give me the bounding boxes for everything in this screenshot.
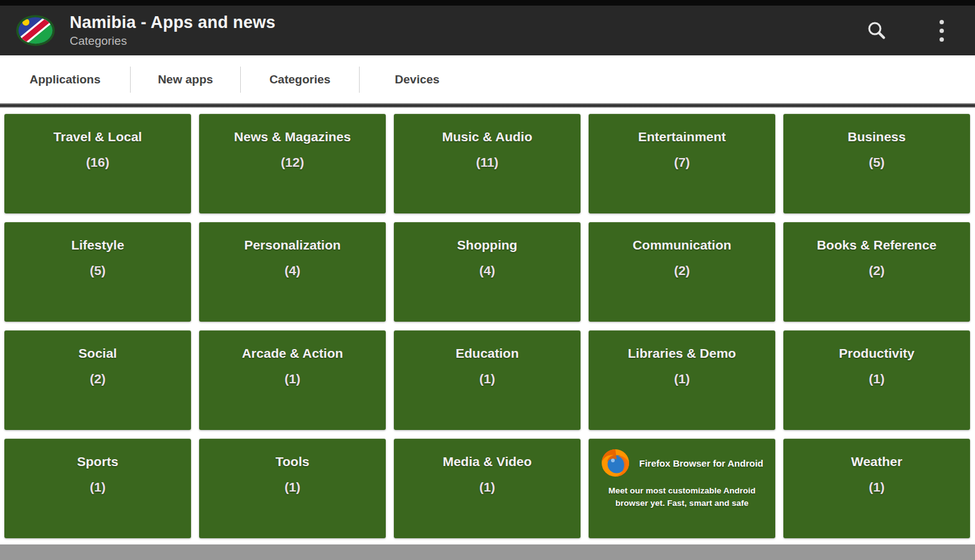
category-grid: Travel & Local (16) News & Magazines (12…: [0, 108, 975, 544]
category-tile-personalization[interactable]: Personalization (4): [199, 222, 386, 322]
category-count: (1): [783, 371, 970, 386]
category-tile-education[interactable]: Education (1): [394, 330, 581, 430]
category-count: (1): [199, 480, 386, 495]
category-count: (7): [589, 155, 775, 170]
category-count: (2): [4, 371, 191, 386]
category-name: Business: [783, 114, 970, 144]
category-name: Sports: [4, 439, 191, 469]
category-count: (2): [589, 263, 775, 278]
category-name: Social: [4, 330, 191, 361]
category-count: (1): [394, 480, 581, 495]
firefox-logo-icon: [600, 448, 630, 478]
ad-description-line1: Meet our most customizable Android: [589, 485, 775, 497]
page-subtitle: Categories: [70, 34, 276, 48]
category-count: (1): [783, 480, 970, 495]
category-name: Personalization: [199, 222, 386, 253]
category-tile-news-magazines[interactable]: News & Magazines (12): [199, 114, 386, 213]
tab-applications[interactable]: Applications: [0, 55, 130, 103]
category-name: Education: [394, 330, 581, 361]
category-tile-communication[interactable]: Communication (2): [589, 222, 775, 322]
tab-bar-shadow: [0, 103, 975, 108]
category-tile-shopping[interactable]: Shopping (4): [394, 222, 581, 322]
category-tile-weather[interactable]: Weather (1): [783, 439, 970, 538]
category-tile-business[interactable]: Business (5): [783, 114, 970, 213]
category-name: Tools: [199, 439, 386, 469]
category-count: (1): [4, 480, 191, 495]
category-name: Media & Video: [394, 439, 581, 469]
category-count: (1): [394, 371, 581, 386]
category-name: Shopping: [394, 222, 581, 253]
category-count: (1): [199, 371, 386, 386]
category-tile-entertainment[interactable]: Entertainment (7): [589, 114, 775, 213]
category-count: (1): [589, 371, 775, 386]
tab-new-apps[interactable]: New apps: [131, 55, 240, 103]
app-bar-titles: Namibia - Apps and news Categories: [70, 13, 276, 48]
category-count: (2): [783, 263, 970, 278]
app-bar: Namibia - Apps and news Categories: [0, 6, 975, 55]
category-tile-lifestyle[interactable]: Lifestyle (5): [4, 222, 191, 322]
ad-tile-firefox[interactable]: Firefox Browser for Android Meet our mos…: [589, 439, 775, 538]
category-count: (5): [4, 263, 191, 278]
ad-description-line2: browser yet. Fast, smart and safe: [589, 497, 775, 510]
category-name: Productivity: [783, 330, 970, 361]
category-count: (16): [4, 155, 191, 170]
category-tile-tools[interactable]: Tools (1): [199, 439, 386, 538]
ad-title: Firefox Browser for Android: [639, 458, 763, 469]
category-tile-libraries-demo[interactable]: Libraries & Demo (1): [589, 330, 775, 430]
category-tile-media-video[interactable]: Media & Video (1): [394, 439, 581, 538]
category-tile-sports[interactable]: Sports (1): [4, 439, 191, 538]
category-name: Weather: [783, 439, 970, 469]
search-icon[interactable]: [862, 16, 892, 45]
tab-bar: Applications New apps Categories Devices: [0, 55, 975, 103]
category-tile-books-reference[interactable]: Books & Reference (2): [783, 222, 970, 322]
overflow-menu-icon[interactable]: [926, 16, 956, 45]
tab-devices[interactable]: Devices: [360, 55, 475, 103]
category-name: Travel & Local: [4, 114, 191, 144]
category-tile-travel-local[interactable]: Travel & Local (16): [4, 114, 191, 213]
category-tile-social[interactable]: Social (2): [4, 330, 191, 430]
category-name: Communication: [589, 222, 775, 253]
category-count: (4): [394, 263, 581, 278]
page-title: Namibia - Apps and news: [70, 13, 276, 32]
category-tile-productivity[interactable]: Productivity (1): [783, 330, 970, 430]
category-count: (12): [199, 155, 386, 170]
category-tile-music-audio[interactable]: Music & Audio (11): [394, 114, 581, 213]
category-count: (11): [394, 155, 581, 170]
namibia-flag-logo-icon[interactable]: [15, 13, 56, 48]
category-name: Music & Audio: [394, 114, 581, 144]
ad-description: Meet our most customizable Android brows…: [589, 485, 775, 509]
category-name: Entertainment: [589, 114, 775, 144]
category-tile-arcade-action[interactable]: Arcade & Action (1): [199, 330, 386, 430]
category-name: News & Magazines: [199, 114, 386, 144]
category-count: (4): [199, 263, 386, 278]
category-name: Books & Reference: [783, 222, 970, 253]
system-navigation-bar: [0, 544, 975, 560]
category-name: Libraries & Demo: [589, 330, 775, 361]
category-count: (5): [783, 155, 970, 170]
category-name: Arcade & Action: [199, 330, 386, 361]
status-bar: [0, 0, 975, 6]
category-name: Lifestyle: [4, 222, 191, 253]
tab-categories[interactable]: Categories: [241, 55, 359, 103]
